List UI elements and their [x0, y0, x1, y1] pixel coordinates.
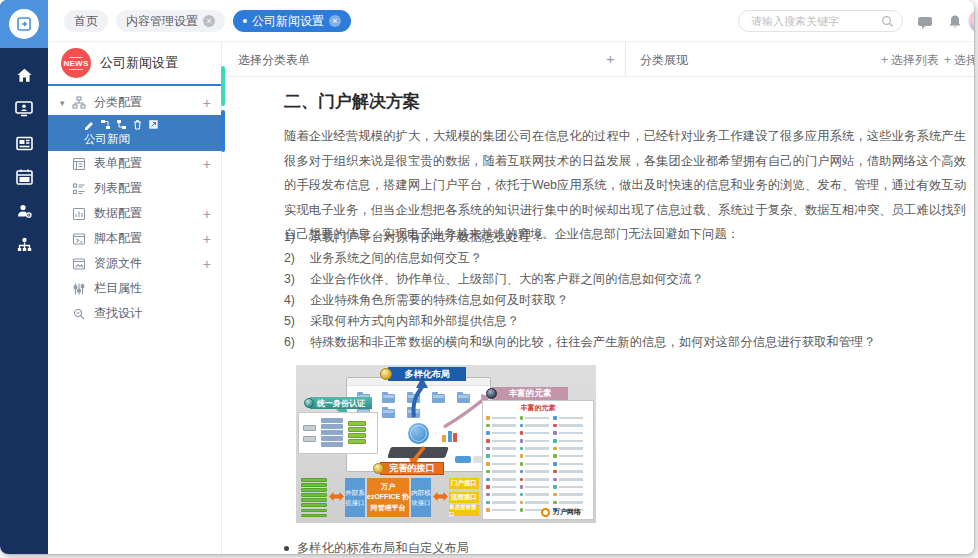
tree-item[interactable]: ▾分类配置+: [48, 90, 221, 115]
panel-title: 公司新闻设置: [100, 54, 178, 72]
diagram-box-platform: 万户ezOFFICE 协同管理平台: [367, 478, 409, 517]
diagram-box-external: 外部系统接口: [345, 478, 365, 517]
export-icon[interactable]: [148, 119, 159, 130]
diagram-banner-left-dot: [304, 398, 314, 408]
add-icon[interactable]: +: [203, 207, 211, 221]
tree-item-label: 分类配置: [94, 94, 203, 111]
app-window: 首页内容管理设置×公司新闻设置× 开发部长 NEWS 公司新闻设置 ▾分类配置+…: [0, 0, 974, 554]
solution-diagram-image: 多样化布局 统一身份认证 丰富的元素 完善的接口: [296, 365, 596, 523]
tree-item-label: 栏目属性: [94, 280, 211, 297]
content-area: 选择分类表单 + 分类展现 +选择列表 +选择 二、门户解决方案 随着企业经营规…: [226, 42, 974, 554]
tree-item-label: 资源文件: [94, 255, 203, 272]
tree-item-company-news[interactable]: 公司新闻: [48, 115, 221, 151]
search-icon: [881, 15, 894, 28]
tree-item[interactable]: 资源文件+: [48, 251, 221, 276]
tab-home[interactable]: 首页: [64, 10, 108, 32]
diagram-box-internal: 内部模块接口: [411, 478, 431, 517]
global-search[interactable]: [738, 10, 903, 32]
config-tree: ▾分类配置+ 公司新闻 表单配置+列表配置数据配置+脚本配置+资源文件+栏目属性…: [48, 86, 221, 326]
breadcrumb-tabs: 首页内容管理设置×公司新闻设置×: [64, 10, 351, 32]
diagram-yellow-box: 单点登录接口: [449, 505, 479, 516]
select-button[interactable]: +选择: [944, 52, 974, 69]
diagram-green-list: [301, 478, 327, 517]
news-icon[interactable]: [0, 126, 48, 160]
caret-down-icon[interactable]: ▾: [60, 98, 72, 108]
tree-item[interactable]: 表单配置+: [48, 151, 221, 176]
form-icon: [72, 157, 86, 171]
doc-heading: 二、门户解决方案: [284, 90, 420, 113]
diagram-banner-bottom-dot: [373, 463, 384, 474]
add-icon[interactable]: +: [203, 157, 211, 171]
diagram-elements-title: 丰富的元素: [483, 401, 593, 413]
tree-item[interactable]: 数据配置+: [48, 201, 221, 226]
rail-icon-list: [0, 58, 48, 262]
diagram-yellow-box: 门户接口: [449, 478, 479, 489]
user-monitor-icon[interactable]: [0, 92, 48, 126]
tab-item-1[interactable]: 内容管理设置×: [116, 10, 225, 32]
user-settings-icon[interactable]: [0, 194, 48, 228]
doc-list-item: 6)特殊数据和非正常数据的横向和纵向的比较，往往会产生新的信息，如何对这部分信息…: [284, 332, 966, 353]
add-node-icon[interactable]: [100, 119, 111, 130]
bell-icon[interactable]: [946, 13, 964, 31]
app-logo[interactable]: [0, 0, 48, 48]
tab-label: 首页: [74, 13, 98, 30]
add-icon[interactable]: +: [203, 257, 211, 271]
diagram-arrow-lr-1: [329, 491, 344, 502]
doc-list-item: 2)业务系统之间的信息如何交互？: [284, 248, 966, 269]
message-icon[interactable]: [916, 13, 934, 31]
top-bar: 首页内容管理设置×公司新闻设置× 开发部长: [48, 0, 974, 42]
doc-list-item: 5)采取何种方式向内部和外部提供信息？: [284, 311, 966, 332]
add-icon[interactable]: +: [203, 96, 211, 110]
tree-item-label: 表单配置: [94, 155, 203, 172]
diagram-mini-chart: [442, 431, 457, 442]
select-list-button[interactable]: +选择列表: [881, 52, 939, 69]
content-header: 选择分类表单 + 分类展现 +选择列表 +选择: [226, 42, 974, 77]
news-badge-icon: NEWS: [61, 48, 91, 78]
find-icon: [72, 307, 86, 321]
diagram-vendor-logo: 万户网络: [541, 507, 581, 517]
diagram-banner-bottom: 完善的接口: [380, 462, 444, 475]
splitter-accent-blue[interactable]: [221, 110, 225, 152]
tree-item[interactable]: 列表配置: [48, 176, 221, 201]
close-icon[interactable]: ×: [203, 15, 215, 27]
tree-item[interactable]: 脚本配置+: [48, 226, 221, 251]
header-divider: [625, 42, 626, 76]
tree-item-label: 数据配置: [94, 205, 203, 222]
tab-item-2[interactable]: 公司新闻设置×: [233, 10, 351, 32]
splitter-accent-teal[interactable]: [221, 66, 225, 106]
script-icon: [72, 232, 86, 246]
calendar-icon[interactable]: [0, 160, 48, 194]
tree-item-label: 公司新闻: [84, 132, 221, 147]
close-icon[interactable]: ×: [329, 15, 341, 27]
edit-icon[interactable]: [84, 119, 95, 130]
settings-panel: NEWS 公司新闻设置 ▾分类配置+ 公司新闻 表单配置+列表配置数据配置+脚本…: [48, 42, 222, 554]
user-avatar[interactable]: [968, 9, 974, 33]
diagram-banner-top: 多样化布局: [388, 367, 466, 381]
doc-list-item: 4)企业特殊角色所需要的特殊信息如何及时获取？: [284, 290, 966, 311]
doc-question-list: 1)承载门户平台对原有的电子数据怎么处理？2)业务系统之间的信息如何交互？3)企…: [284, 227, 966, 353]
remove-node-icon[interactable]: [116, 119, 127, 130]
org-icon[interactable]: [0, 228, 48, 262]
logo-icon: [9, 9, 39, 39]
diagram-arrow-lr-2: [433, 491, 448, 502]
tree-item[interactable]: 栏目属性: [48, 276, 221, 301]
section-title-display: 分类展现: [640, 52, 688, 69]
add-icon[interactable]: +: [203, 232, 211, 246]
tree-item-label: 查找设计: [94, 305, 211, 322]
panel-header: NEWS 公司新闻设置: [48, 42, 221, 86]
app-rail: [0, 0, 48, 554]
tree-item-label: 脚本配置: [94, 230, 203, 247]
search-input[interactable]: [751, 15, 881, 27]
delete-icon[interactable]: [132, 119, 143, 130]
tree-item-label: 列表配置: [94, 180, 211, 197]
diagram-banner-left: 统一身份认证: [310, 397, 372, 409]
add-form-button[interactable]: +: [606, 50, 615, 67]
home-icon[interactable]: [0, 58, 48, 92]
sitemap-icon: [72, 96, 86, 110]
diagram-banner-top-dot: [380, 368, 392, 380]
tree-item[interactable]: 查找设计: [48, 301, 221, 326]
diagram-yellow-box: 流程接口: [449, 492, 479, 503]
doc-bullet-item: 多样化的标准布局和自定义布局: [284, 540, 469, 554]
tab-label: 内容管理设置: [126, 13, 198, 30]
diagram-globe: [408, 423, 429, 444]
